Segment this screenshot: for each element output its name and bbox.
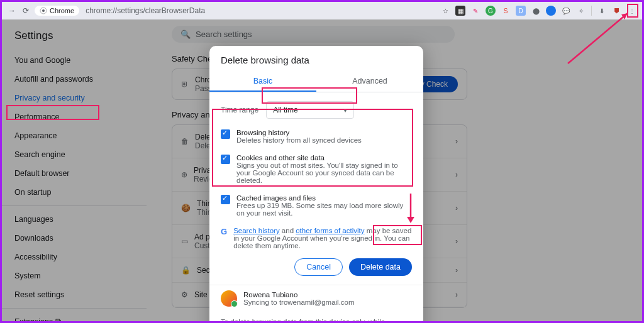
chevron-down-icon: ▾ [343, 106, 347, 114]
site-chip-label: Chrome [50, 7, 74, 14]
checkbox-row-cookies[interactable]: Cookies and other site dataSigns you out… [209, 149, 423, 189]
checkbox-checked[interactable] [221, 129, 230, 139]
tab-basic[interactable]: Basic [209, 72, 316, 92]
ext-icon[interactable] [546, 6, 556, 16]
search-history-link[interactable]: Search history [233, 227, 280, 234]
ext-icon[interactable]: ▦ [455, 6, 465, 16]
ext-icon[interactable]: ⬤ [531, 6, 541, 16]
avatar [221, 290, 237, 307]
clear-browsing-data-dialog: Delete browsing data Basic Advanced Time… [209, 46, 423, 323]
time-range-value: All time [273, 106, 297, 114]
tab-advanced[interactable]: Advanced [316, 72, 423, 92]
ext-icon[interactable]: G [486, 6, 496, 16]
ext-icon[interactable]: ✎ [470, 6, 480, 16]
svg-point-1 [42, 9, 45, 12]
dialog-tabs: Basic Advanced [209, 72, 423, 92]
more-menu-icon[interactable]: ⋮ [627, 6, 637, 16]
browser-toolbar: → ⟳ Chrome chrome://settings/clearBrowse… [2, 2, 642, 19]
extension-icons: ☆ ▦ ✎ G S D ⬤ 💬 ✧ ⬇ ⛊ ⋮ [440, 6, 637, 16]
device-only-note: To delete browsing data from this device… [209, 312, 423, 323]
ext-icon[interactable]: D [516, 6, 526, 16]
google-icon: G [221, 227, 227, 249]
time-range-label: Time range [221, 106, 258, 114]
cancel-button[interactable]: Cancel [294, 258, 343, 276]
checkbox-row-cache[interactable]: Cached images and filesFrees up 319 MB. … [209, 189, 423, 222]
user-name: Rowena Tubiano [243, 291, 355, 298]
user-sync-status: Syncing to trowenamil@gmail.com [243, 298, 355, 306]
address-bar[interactable]: chrome://settings/clearBrowserData [86, 6, 436, 15]
time-range-select[interactable]: All time ▾ [266, 101, 354, 119]
ext-icon[interactable]: 💬 [561, 6, 571, 16]
star-icon[interactable]: ☆ [440, 6, 450, 16]
forward-icon[interactable]: → [7, 6, 17, 16]
downloads-icon[interactable]: ⬇ [597, 6, 607, 16]
other-activity-link[interactable]: other forms of activity [296, 227, 364, 234]
checkbox-checked[interactable] [221, 195, 230, 204]
ublock-icon[interactable]: ⛊ [612, 6, 622, 16]
reload-icon[interactable]: ⟳ [21, 6, 31, 16]
checkbox-row-history[interactable]: Browsing historyDeletes history from all… [209, 124, 423, 149]
delete-data-button[interactable]: Delete data [349, 258, 412, 276]
checkbox-checked[interactable] [221, 155, 230, 164]
chrome-icon [40, 7, 47, 14]
extensions-icon[interactable]: ✧ [576, 6, 586, 16]
site-chip[interactable]: Chrome [35, 6, 79, 16]
sync-user-row: Rowena Tubiano Syncing to trowenamil@gma… [209, 285, 423, 312]
dialog-title: Delete browsing data [209, 46, 423, 72]
google-account-note: G Search history and other forms of acti… [209, 222, 423, 255]
ext-icon[interactable]: S [501, 6, 511, 16]
